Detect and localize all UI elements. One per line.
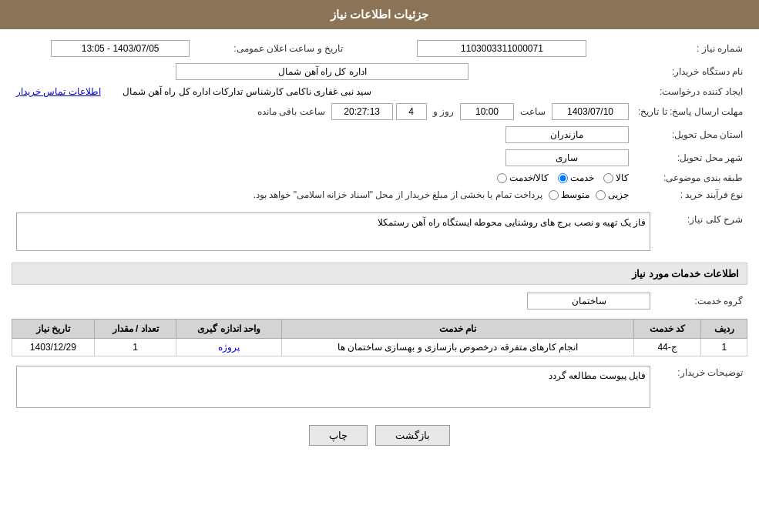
cell-radif: 1 bbox=[701, 339, 747, 356]
ijad-konande-value: سید نبی غفاری ناکامی کارشناس تدارکات ادا… bbox=[12, 83, 633, 100]
kala-radio-item: کالا bbox=[603, 172, 629, 183]
nam-dastgah-label: نام دستگاه خریدار: bbox=[633, 60, 747, 83]
sharh-label: شرح کلی نیاز: bbox=[655, 209, 747, 256]
kala-radio-label: کالا bbox=[616, 172, 629, 183]
page-title: جزئیات اطلاعات نیاز bbox=[331, 8, 428, 21]
shahr-value: ساری bbox=[12, 146, 633, 169]
khedmat-radio-label: خدمت bbox=[570, 172, 594, 183]
saat-label: ساعت bbox=[517, 105, 549, 119]
shomare-niaz-label: شماره نیاز : bbox=[633, 37, 747, 60]
content-area: شماره نیاز : 1103003311000071 تاریخ و سا… bbox=[0, 29, 759, 461]
grouh-table: گروه خدمت: ساختمان bbox=[12, 289, 747, 313]
sharh-value bbox=[12, 209, 655, 256]
mohlet-roz: 4 bbox=[396, 103, 427, 120]
shomare-niaz-value: 1103003311000071 bbox=[371, 37, 633, 60]
now-farayand-content: جزیی متوسط پرداخت تمام یا بخشی از مبلغ خ… bbox=[12, 186, 633, 203]
table-row: 1 ج-44 انجام کارهای متفرقه درخصوص بازساز… bbox=[12, 339, 747, 356]
mohlet-saat: 10:00 bbox=[460, 103, 514, 120]
button-row: بازگشت چاپ bbox=[12, 425, 747, 446]
khadamat-section-header: اطلاعات خدمات مورد نیاز bbox=[12, 263, 747, 285]
nam-dastgah-row: نام دستگاه خریدار: اداره کل راه آهن شمال bbox=[12, 60, 747, 83]
roz-label: روز و bbox=[430, 105, 457, 119]
motavaset-radio-item: متوسط bbox=[549, 189, 589, 200]
nam-dastgah-value: اداره کل راه آهن شمال bbox=[12, 60, 633, 83]
buyer-notes-textarea[interactable] bbox=[16, 366, 650, 408]
mohlet-date: 1403/07/10 bbox=[552, 103, 629, 120]
jozei-radio-item: جزیی bbox=[596, 189, 629, 200]
tosihaat-table: توضیحات خریدار: bbox=[12, 363, 747, 413]
bazgasht-button[interactable]: بازگشت bbox=[375, 425, 450, 446]
khedmat-radio[interactable] bbox=[558, 173, 568, 183]
sharh-textarea[interactable] bbox=[16, 212, 650, 251]
kala-khedmat-radio-label: کالا/خدمت bbox=[509, 172, 549, 183]
page-header: جزئیات اطلاعات نیاز bbox=[0, 0, 759, 29]
shahr-input: ساری bbox=[505, 149, 629, 166]
etelaate-tamas-link[interactable]: اطلاعات تماس خریدار bbox=[16, 86, 101, 97]
grouh-row: گروه خدمت: ساختمان bbox=[12, 289, 747, 313]
sharh-table: شرح کلی نیاز: bbox=[12, 209, 747, 256]
ijad-konande-text: سید نبی غفاری ناکامی کارشناس تدارکات ادا… bbox=[123, 86, 371, 97]
tosihaat-value bbox=[12, 363, 655, 413]
services-table: ردیف کد خدمت نام خدمت واحد اندازه گیری ت… bbox=[12, 319, 747, 356]
purchase-note: پرداخت تمام یا بخشی از مبلغ خریدار از مح… bbox=[254, 189, 542, 200]
cell-count: 1 bbox=[94, 339, 176, 356]
cell-name: انجام کارهای متفرقه درخصوص بازسازی و بهس… bbox=[282, 339, 634, 356]
col-date: تاریخ نیاز bbox=[12, 320, 95, 339]
ijad-konande-row: ایجاد کننده درخواست: سید نبی غفاری ناکام… bbox=[12, 83, 747, 100]
page-wrapper: جزئیات اطلاعات نیاز شماره نیاز : 1103003… bbox=[0, 0, 759, 532]
tarikh-saat-label: تاریخ و ساعت اعلان عمومی: bbox=[229, 37, 348, 60]
grouh-label: گروه خدمت: bbox=[655, 289, 747, 313]
col-count: تعداد / مقدار bbox=[94, 320, 176, 339]
tosihaat-label: توضیحات خریدار: bbox=[655, 363, 747, 413]
motavaset-radio[interactable] bbox=[549, 190, 559, 200]
ostan-row: استان محل تحویل: مازندران bbox=[12, 123, 747, 146]
mohlet-row: مهلت ارسال پاسخ: تا تاریخ: 1403/07/10 سا… bbox=[12, 100, 747, 123]
col-name: نام خدمت bbox=[282, 320, 634, 339]
mohlet-label: مهلت ارسال پاسخ: تا تاریخ: bbox=[633, 100, 747, 123]
tosihaat-row: توضیحات خریدار: bbox=[12, 363, 747, 413]
unit-link[interactable]: پروژه bbox=[218, 342, 240, 353]
col-code: کد خدمت bbox=[633, 320, 701, 339]
ijad-konande-label: ایجاد کننده درخواست: bbox=[633, 83, 747, 100]
tabaqe-radios: کالا خدمت کالا/خدمت bbox=[12, 169, 633, 186]
ostan-input: مازندران bbox=[505, 126, 629, 143]
tabaqe-label: طبقه بندی موضوعی: bbox=[633, 169, 747, 186]
nam-dastgah-input: اداره کل راه آهن شمال bbox=[176, 63, 468, 80]
now-farayand-row: نوع فرآیند خرید : جزیی متوسط پرداخت تمام… bbox=[12, 186, 747, 203]
kala-khedmat-radio[interactable] bbox=[497, 173, 507, 183]
tarikh-saat-value: 1403/07/05 - 13:05 bbox=[12, 37, 229, 60]
shomare-niaz-input: 1103003311000071 bbox=[417, 40, 586, 57]
tarikh-saat-input: 1403/07/05 - 13:05 bbox=[51, 40, 190, 57]
khedmat-radio-item: خدمت bbox=[558, 172, 594, 183]
table-header-row: ردیف کد خدمت نام خدمت واحد اندازه گیری ت… bbox=[12, 320, 747, 339]
shahr-label: شهر محل تحویل: bbox=[633, 146, 747, 169]
table-header: ردیف کد خدمت نام خدمت واحد اندازه گیری ت… bbox=[12, 320, 747, 339]
shomare-niaz-row: شماره نیاز : 1103003311000071 تاریخ و سا… bbox=[12, 37, 747, 60]
ostan-value: مازندران bbox=[12, 123, 633, 146]
shahr-row: شهر محل تحویل: ساری bbox=[12, 146, 747, 169]
col-radif: ردیف bbox=[701, 320, 747, 339]
motavaset-label: متوسط bbox=[561, 189, 589, 200]
time-remaining: 20:27:13 bbox=[331, 103, 393, 120]
col-unit: واحد اندازه گیری bbox=[176, 320, 282, 339]
ostan-label: استان محل تحویل: bbox=[633, 123, 747, 146]
cell-date: 1403/12/29 bbox=[12, 339, 95, 356]
kala-radio[interactable] bbox=[603, 173, 613, 183]
main-info-table: شماره نیاز : 1103003311000071 تاریخ و سا… bbox=[12, 37, 747, 203]
cell-unit: پروژه bbox=[176, 339, 282, 356]
saat-baqi-label: ساعت باقی مانده bbox=[254, 105, 328, 119]
cell-code: ج-44 bbox=[633, 339, 701, 356]
jozei-radio[interactable] bbox=[596, 190, 606, 200]
mohlet-value: 1403/07/10 ساعت 10:00 روز و 4 20:27:13 س… bbox=[12, 100, 633, 123]
jozei-label: جزیی bbox=[608, 189, 629, 200]
now-farayand-label: نوع فرآیند خرید : bbox=[633, 186, 747, 203]
grouh-value: ساختمان bbox=[12, 289, 655, 313]
chap-button[interactable]: چاپ bbox=[309, 425, 368, 446]
grouh-input: ساختمان bbox=[527, 293, 650, 309]
kala-khedmat-radio-item: کالا/خدمت bbox=[497, 172, 549, 183]
sharh-row: شرح کلی نیاز: bbox=[12, 209, 747, 256]
table-body: 1 ج-44 انجام کارهای متفرقه درخصوص بازساز… bbox=[12, 339, 747, 356]
tabaqe-row: طبقه بندی موضوعی: کالا خدمت کالا/خدمت bbox=[12, 169, 747, 186]
